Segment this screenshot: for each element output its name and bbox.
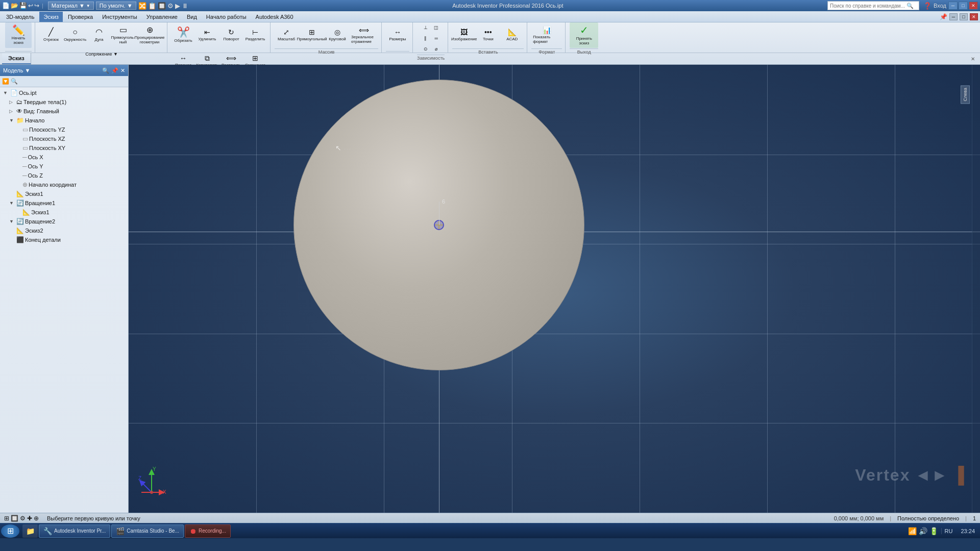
close-sidebar-icon[interactable]: ✕ (120, 67, 125, 74)
constraint-1[interactable]: ⊥ (421, 22, 431, 33)
dimensions-btn[interactable]: ↔ Размеры (386, 22, 409, 48)
minimize-button[interactable]: ─ (948, 2, 958, 10)
tab-close[interactable]: ✕ (968, 55, 978, 63)
toolbar-icon-1[interactable]: 🔀 (138, 2, 146, 10)
redo-icon[interactable]: ↪ (34, 2, 39, 9)
inner-win-max[interactable]: □ (960, 13, 968, 20)
tree-item-xy[interactable]: ▭ Плоскость XY (1, 143, 127, 153)
arc-btn[interactable]: ◠ Дуга (87, 22, 111, 48)
rectangular-pattern-btn[interactable]: ⊞ Прямоугольный (299, 22, 325, 48)
menu-view[interactable]: Вид (183, 12, 201, 22)
search-icon[interactable]: 🔍 (906, 3, 914, 9)
menu-sketch[interactable]: Эскиз (39, 12, 62, 22)
tree-item-xz[interactable]: ▭ Плоскость XZ (1, 134, 127, 143)
constraint-5[interactable]: ═ (431, 33, 442, 43)
language-indicator[interactable]: RU (941, 528, 956, 534)
expand-revolve1[interactable]: ▼ (9, 201, 15, 206)
material-dropdown[interactable]: Материал ▼ ▼ (48, 2, 94, 10)
accept-sketch-btn[interactable]: ✓ Принятьэскиз (570, 22, 598, 48)
toolbar-icon-6[interactable]: ⏸ (182, 2, 188, 10)
help-icon[interactable]: ❓ (923, 2, 932, 10)
line-btn[interactable]: ╱ Отрезок (39, 22, 63, 48)
tray-icon-battery[interactable]: 🔋 (929, 527, 938, 535)
left-panel-toggle-btn[interactable]: Слева (961, 85, 970, 104)
model-title[interactable]: Модель ▼ (3, 67, 30, 73)
scale-btn[interactable]: ⤢ Масштаб (275, 22, 298, 48)
tree-item-oz[interactable]: ─ Ось Z (1, 171, 127, 180)
taskbar-camtasia[interactable]: 🎬 Camtasia Studio - Be... (111, 524, 184, 538)
trim-btn[interactable]: ✂️ Обрезать (172, 22, 195, 48)
tray-icon-sound[interactable]: 🔊 (919, 527, 927, 535)
toolbar-icon-3[interactable]: 🔲 (158, 2, 166, 10)
pin-sidebar-icon[interactable]: 📌 (111, 67, 118, 74)
tree-item-revolve2[interactable]: ▼ 🔄 Вращение2 (1, 217, 127, 226)
toolbar-icon-5[interactable]: ▶ (175, 2, 180, 10)
start-button[interactable]: ⊞ (1, 524, 19, 538)
start-sketch-btn[interactable]: ✏️ Начатьэскиз (5, 22, 32, 48)
maximize-button[interactable]: □ (959, 2, 968, 10)
tree-item-end[interactable]: ⬛ Конец детали (1, 235, 127, 244)
extend-btn[interactable]: ⇤ Удлинить (195, 22, 219, 48)
conjugation-btn[interactable]: Сопряжение ▼ (81, 48, 122, 60)
status-icon-4[interactable]: ✚ (27, 515, 32, 522)
filter-icon[interactable]: 🔍 (102, 67, 109, 74)
search-box[interactable]: 🔍 (827, 1, 919, 10)
search-tree-btn[interactable]: 🔍 (11, 78, 18, 85)
login-btn[interactable]: Вход (934, 3, 946, 9)
tree-item-sketch1b[interactable]: 📐 Эскиз1 (1, 208, 127, 217)
tree-item-sketch1[interactable]: 📐 Эскиз1 (1, 189, 127, 198)
expand-view[interactable]: ▷ (9, 109, 15, 114)
taskbar-inventor[interactable]: 🔧 Autodesk Inventor Pr... (39, 524, 110, 538)
menu-getstarted[interactable]: Начало работы (202, 12, 251, 22)
filter-btn[interactable]: 🔽 (2, 78, 9, 85)
taskbar-recording[interactable]: ⏺ Recording... (185, 524, 231, 538)
mirror-btn[interactable]: ⟺ Зеркальное отражение (350, 22, 378, 48)
image-btn[interactable]: 🖼 Изображение (452, 22, 476, 48)
tree-item-yz[interactable]: ▭ Плоскость YZ (1, 125, 127, 134)
constraint-4[interactable]: ◫ (431, 22, 442, 33)
project-geometry-btn[interactable]: ⊕ Проецированиегеометрии (135, 22, 164, 48)
split-btn[interactable]: ⊢ Разделить (243, 22, 267, 48)
expand-origin[interactable]: ▼ (9, 118, 15, 123)
expand-solids[interactable]: ▷ (9, 99, 15, 105)
rotate-btn[interactable]: ↻ Поворот (219, 22, 243, 48)
viewport[interactable]: 6 Y X Z (129, 65, 980, 513)
tree-item-revolve1[interactable]: ▼ 🔄 Вращение1 (1, 198, 127, 208)
status-icon-1[interactable]: ⊞ (4, 515, 9, 522)
acad-btn[interactable]: 📐 ACAD (500, 22, 524, 48)
constraint-3[interactable]: ⊙ (421, 44, 431, 54)
taskbar-icon-files[interactable]: 📁 (22, 524, 38, 538)
constraint-2[interactable]: ∥ (421, 33, 431, 43)
inner-win-close[interactable]: ✕ (970, 13, 978, 20)
status-icon-3[interactable]: ⚙ (20, 515, 26, 522)
inner-win-min[interactable]: ─ (949, 13, 958, 20)
circle-btn[interactable]: ○ Окружность (63, 22, 87, 48)
search-input[interactable] (830, 3, 906, 9)
tree-item-view[interactable]: ▷ 👁 Вид: Главный (1, 107, 127, 116)
open-icon[interactable]: 📂 (11, 2, 18, 9)
close-button[interactable]: ✕ (969, 2, 978, 10)
menu-3dmodel[interactable]: 3D-модель (2, 12, 38, 22)
circular-pattern-btn[interactable]: ◎ Круговой (326, 22, 349, 48)
rect-btn[interactable]: ▭ Прямоуголь-ный (111, 22, 135, 48)
default-dropdown[interactable]: По умолч. ▼ (96, 2, 136, 10)
tree-item-ox[interactable]: ─ Ось X (1, 153, 127, 162)
menu-a360[interactable]: Autodesk A360 (252, 12, 298, 22)
undo-icon[interactable]: ↩ (28, 2, 33, 9)
toolbar-icon-4[interactable]: ⚙ (167, 2, 174, 10)
tree-item-oy[interactable]: ─ Ось Y (1, 162, 127, 171)
toolbar-icon-2[interactable]: 📋 (148, 2, 156, 10)
tree-item-origin[interactable]: ▼ 📁 Начало (1, 116, 127, 125)
menu-tools[interactable]: Инструменты (98, 12, 141, 22)
new-icon[interactable]: 📄 (2, 2, 10, 9)
show-format-btn[interactable]: 📊 Показать формат (531, 22, 562, 48)
status-icon-5[interactable]: ⊕ (34, 515, 39, 522)
status-icon-2[interactable]: 🔲 (11, 515, 18, 522)
points-insert-btn[interactable]: ••• Точки (476, 22, 500, 48)
menu-manage[interactable]: Управление (142, 12, 182, 22)
tree-item-solids[interactable]: ▷ 🗂 Твердые тела(1) (1, 97, 127, 107)
save-icon[interactable]: 💾 (19, 2, 27, 9)
menu-check[interactable]: Проверка (64, 12, 97, 22)
constraint-6[interactable]: ⌀ (431, 44, 442, 54)
tray-icon-network[interactable]: 📶 (908, 527, 917, 535)
